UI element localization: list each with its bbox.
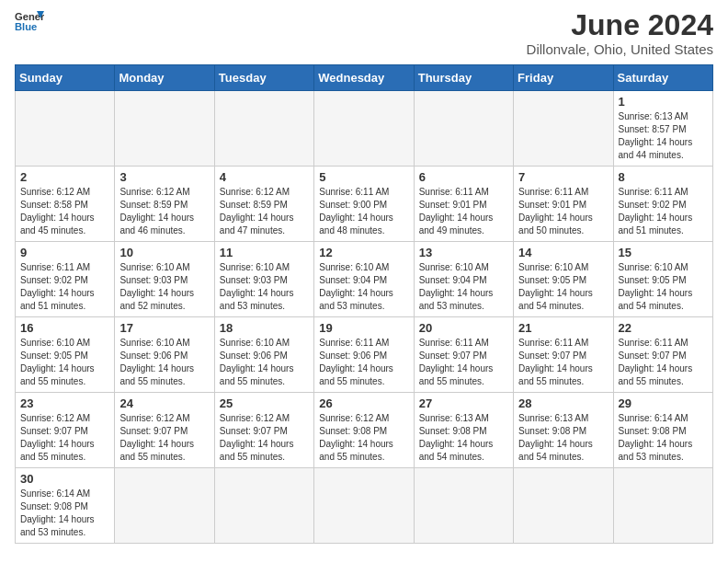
day-number: 11 — [220, 246, 309, 259]
day-number: 5 — [319, 170, 408, 184]
table-row: 28Sunrise: 6:13 AM Sunset: 9:08 PM Dayli… — [514, 393, 613, 468]
day-info: Sunrise: 6:12 AM Sunset: 8:59 PM Dayligh… — [119, 186, 209, 237]
logo: General Blue — [15, 9, 44, 35]
day-info: Sunrise: 6:11 AM Sunset: 9:01 PM Dayligh… — [419, 186, 508, 237]
page: General Blue June 2024 Dillonvale, Ohio,… — [0, 0, 728, 558]
table-row: 6Sunrise: 6:11 AM Sunset: 9:01 PM Daylig… — [414, 167, 513, 242]
table-row: 8Sunrise: 6:11 AM Sunset: 9:02 PM Daylig… — [613, 167, 712, 242]
day-info: Sunrise: 6:12 AM Sunset: 9:07 PM Dayligh… — [20, 412, 109, 464]
day-number: 30 — [20, 472, 109, 486]
day-number: 8 — [619, 170, 708, 184]
day-number: 19 — [319, 321, 408, 335]
table-row — [514, 91, 613, 167]
svg-text:Blue: Blue — [15, 21, 37, 32]
day-info: Sunrise: 6:11 AM Sunset: 9:02 PM Dayligh… — [20, 261, 109, 313]
table-row — [613, 468, 712, 544]
day-info: Sunrise: 6:12 AM Sunset: 9:07 PM Dayligh… — [119, 412, 209, 464]
day-number: 6 — [419, 170, 508, 184]
title-block: June 2024 Dillonvale, Ohio, United State… — [527, 9, 713, 57]
table-row: 29Sunrise: 6:14 AM Sunset: 9:08 PM Dayli… — [613, 393, 712, 468]
col-sunday: Sunday — [16, 65, 115, 91]
table-row — [314, 468, 414, 544]
table-row — [214, 91, 313, 167]
table-row: 10Sunrise: 6:10 AM Sunset: 9:03 PM Dayli… — [115, 242, 214, 317]
table-row: 3Sunrise: 6:12 AM Sunset: 8:59 PM Daylig… — [115, 167, 214, 242]
table-row — [115, 91, 214, 167]
day-number: 10 — [119, 246, 209, 259]
day-number: 23 — [20, 396, 109, 410]
day-info: Sunrise: 6:11 AM Sunset: 9:06 PM Dayligh… — [319, 337, 408, 388]
day-number: 25 — [220, 396, 309, 410]
table-row: 13Sunrise: 6:10 AM Sunset: 9:04 PM Dayli… — [414, 242, 513, 317]
day-info: Sunrise: 6:12 AM Sunset: 8:59 PM Dayligh… — [220, 186, 309, 237]
day-info: Sunrise: 6:12 AM Sunset: 8:58 PM Dayligh… — [20, 186, 109, 237]
day-number: 27 — [419, 396, 508, 410]
day-info: Sunrise: 6:10 AM Sunset: 9:04 PM Dayligh… — [319, 261, 408, 313]
table-row: 7Sunrise: 6:11 AM Sunset: 9:01 PM Daylig… — [514, 167, 613, 242]
day-info: Sunrise: 6:10 AM Sunset: 9:03 PM Dayligh… — [119, 261, 209, 313]
day-number: 26 — [319, 396, 408, 410]
table-row — [16, 91, 115, 167]
table-row — [115, 468, 214, 544]
day-info: Sunrise: 6:13 AM Sunset: 9:08 PM Dayligh… — [419, 412, 508, 464]
day-number: 13 — [419, 246, 508, 259]
table-row — [414, 468, 513, 544]
header: General Blue June 2024 Dillonvale, Ohio,… — [15, 9, 713, 57]
day-info: Sunrise: 6:10 AM Sunset: 9:05 PM Dayligh… — [619, 261, 708, 313]
generalblue-logo-icon: General Blue — [15, 9, 44, 35]
table-row: 26Sunrise: 6:12 AM Sunset: 9:08 PM Dayli… — [314, 393, 414, 468]
table-row: 5Sunrise: 6:11 AM Sunset: 9:00 PM Daylig… — [314, 167, 414, 242]
day-info: Sunrise: 6:11 AM Sunset: 9:07 PM Dayligh… — [518, 337, 608, 388]
table-row: 17Sunrise: 6:10 AM Sunset: 9:06 PM Dayli… — [115, 317, 214, 393]
table-row — [314, 91, 414, 167]
col-thursday: Thursday — [414, 65, 513, 91]
day-info: Sunrise: 6:11 AM Sunset: 9:07 PM Dayligh… — [619, 337, 708, 388]
day-number: 1 — [619, 95, 708, 109]
day-info: Sunrise: 6:10 AM Sunset: 9:06 PM Dayligh… — [220, 337, 309, 388]
col-friday: Friday — [514, 65, 613, 91]
day-info: Sunrise: 6:10 AM Sunset: 9:06 PM Dayligh… — [119, 337, 209, 388]
table-row: 9Sunrise: 6:11 AM Sunset: 9:02 PM Daylig… — [16, 242, 115, 317]
day-number: 24 — [119, 396, 209, 410]
day-number: 12 — [319, 246, 408, 259]
col-saturday: Saturday — [613, 65, 712, 91]
table-row: 15Sunrise: 6:10 AM Sunset: 9:05 PM Dayli… — [613, 242, 712, 317]
day-number: 3 — [119, 170, 209, 184]
day-number: 22 — [619, 321, 708, 335]
location: Dillonvale, Ohio, United States — [527, 41, 713, 57]
day-info: Sunrise: 6:12 AM Sunset: 9:07 PM Dayligh… — [220, 412, 309, 464]
col-tuesday: Tuesday — [214, 65, 313, 91]
table-row: 22Sunrise: 6:11 AM Sunset: 9:07 PM Dayli… — [613, 317, 712, 393]
day-number: 18 — [220, 321, 309, 335]
day-info: Sunrise: 6:11 AM Sunset: 9:00 PM Dayligh… — [319, 186, 408, 237]
table-row — [414, 91, 513, 167]
day-info: Sunrise: 6:11 AM Sunset: 9:01 PM Dayligh… — [518, 186, 608, 237]
table-row: 25Sunrise: 6:12 AM Sunset: 9:07 PM Dayli… — [214, 393, 313, 468]
day-number: 7 — [518, 170, 608, 184]
day-info: Sunrise: 6:13 AM Sunset: 8:57 PM Dayligh… — [619, 110, 708, 162]
table-row — [514, 468, 613, 544]
table-row: 1Sunrise: 6:13 AM Sunset: 8:57 PM Daylig… — [613, 91, 712, 167]
day-number: 14 — [518, 246, 608, 259]
table-row: 20Sunrise: 6:11 AM Sunset: 9:07 PM Dayli… — [414, 317, 513, 393]
day-info: Sunrise: 6:11 AM Sunset: 9:07 PM Dayligh… — [419, 337, 508, 388]
table-row: 30Sunrise: 6:14 AM Sunset: 9:08 PM Dayli… — [16, 468, 115, 544]
table-row: 24Sunrise: 6:12 AM Sunset: 9:07 PM Dayli… — [115, 393, 214, 468]
day-info: Sunrise: 6:10 AM Sunset: 9:05 PM Dayligh… — [20, 337, 109, 388]
day-number: 4 — [220, 170, 309, 184]
table-row — [214, 468, 313, 544]
col-monday: Monday — [115, 65, 214, 91]
day-number: 16 — [20, 321, 109, 335]
day-number: 21 — [518, 321, 608, 335]
col-wednesday: Wednesday — [314, 65, 414, 91]
table-row: 11Sunrise: 6:10 AM Sunset: 9:03 PM Dayli… — [214, 242, 313, 317]
table-row: 19Sunrise: 6:11 AM Sunset: 9:06 PM Dayli… — [314, 317, 414, 393]
table-row: 16Sunrise: 6:10 AM Sunset: 9:05 PM Dayli… — [16, 317, 115, 393]
table-row: 14Sunrise: 6:10 AM Sunset: 9:05 PM Dayli… — [514, 242, 613, 317]
day-number: 20 — [419, 321, 508, 335]
day-number: 15 — [619, 246, 708, 259]
table-row: 27Sunrise: 6:13 AM Sunset: 9:08 PM Dayli… — [414, 393, 513, 468]
day-info: Sunrise: 6:14 AM Sunset: 9:08 PM Dayligh… — [20, 488, 109, 539]
day-info: Sunrise: 6:13 AM Sunset: 9:08 PM Dayligh… — [518, 412, 608, 464]
day-info: Sunrise: 6:10 AM Sunset: 9:04 PM Dayligh… — [419, 261, 508, 313]
